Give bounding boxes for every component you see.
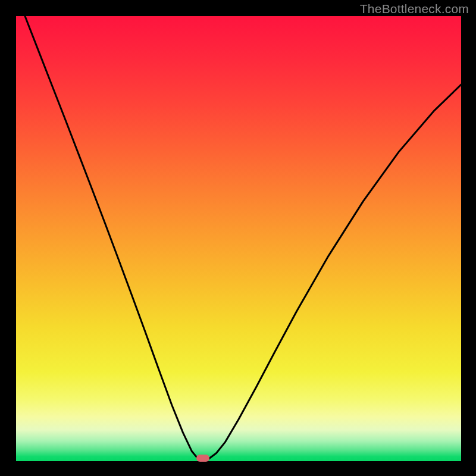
bottleneck-curve: [16, 16, 461, 461]
chart-frame: [16, 16, 461, 461]
minimum-marker: [196, 455, 209, 462]
watermark-text: TheBottleneck.com: [360, 2, 469, 16]
